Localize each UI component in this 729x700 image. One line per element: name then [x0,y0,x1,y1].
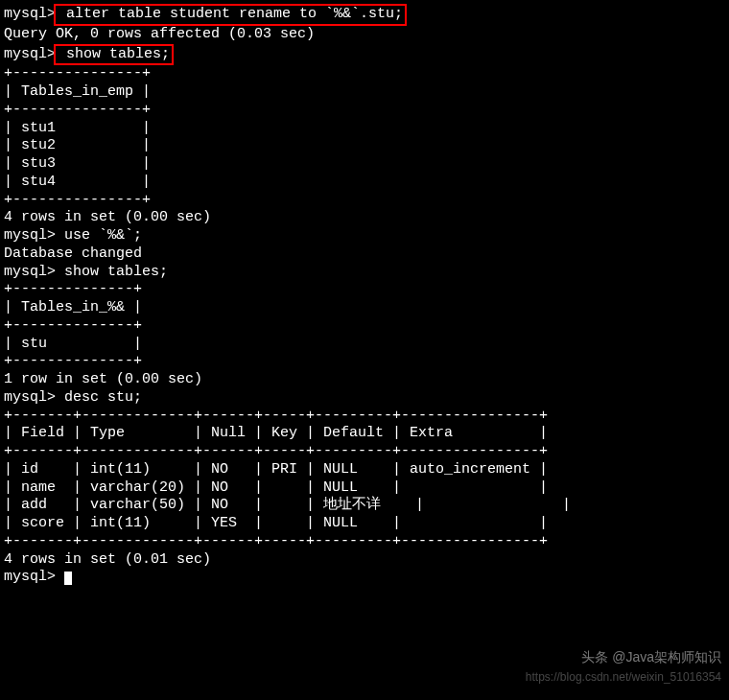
cmd-line-4: mysql> show tables; [4,264,725,282]
prompt: mysql> [4,46,56,62]
table1-sep: +---------------+ [4,65,725,83]
cmd-line-5: mysql> desc stu; [4,389,725,408]
table1-header: | Tables_in_emp | [4,83,725,102]
prompt: mysql> [4,6,56,22]
table3-footer: 4 rows in set (0.01 sec) [4,551,725,570]
watermark-text-2: https://blog.csdn.net/weixin_51016354 [526,670,721,685]
table1-sep: +---------------+ [4,102,725,120]
cmd-line-1: mysql> alter table student rename to `%&… [4,4,725,26]
table3-sep: +-------+-------------+------+-----+----… [4,408,725,426]
highlighted-command-2: show tables; [54,44,174,66]
cmd-line-3: mysql> use `%&`; [4,227,725,245]
table1-footer: 4 rows in set (0.00 sec) [4,209,725,227]
cursor-icon [64,572,72,585]
table-row: | stu2 | [4,137,725,155]
table-row: | stu4 | [4,174,725,192]
cmd-line-2: mysql> show tables; [4,44,725,66]
table-row: | id | int(11) | NO | PRI | NULL | auto_… [4,461,725,479]
table-row: | add | varchar(50) | NO | | 地址不详 | | [4,497,725,515]
result-3: Database changed [4,245,725,264]
table3-sep: +-------+-------------+------+-----+----… [4,533,725,551]
table-row: | score | int(11) | YES | | NULL | | [4,515,725,533]
table2-header: | Tables_in_%& | [4,299,725,317]
table2-sep: +--------------+ [4,353,725,371]
table3-header: | Field | Type | Null | Key | Default | … [4,425,725,443]
table1-sep: +---------------+ [4,192,725,210]
table-row: | stu3 | [4,155,725,174]
table2-sep: +--------------+ [4,281,725,299]
prompt-line[interactable]: mysql> [4,569,725,587]
result-1: Query OK, 0 rows affected (0.03 sec) [4,26,725,44]
table2-sep: +--------------+ [4,317,725,336]
table-row: | stu | [4,336,725,354]
watermark-text-1: 头条 @Java架构师知识 [581,649,721,666]
table2-footer: 1 row in set (0.00 sec) [4,371,725,389]
table3-sep: +-------+-------------+------+-----+----… [4,443,725,461]
highlighted-command-1: alter table student rename to `%&`.stu; [54,4,407,26]
table-row: | name | varchar(20) | NO | | NULL | | [4,479,725,498]
table-row: | stu1 | [4,120,725,138]
prompt: mysql> [4,569,56,585]
